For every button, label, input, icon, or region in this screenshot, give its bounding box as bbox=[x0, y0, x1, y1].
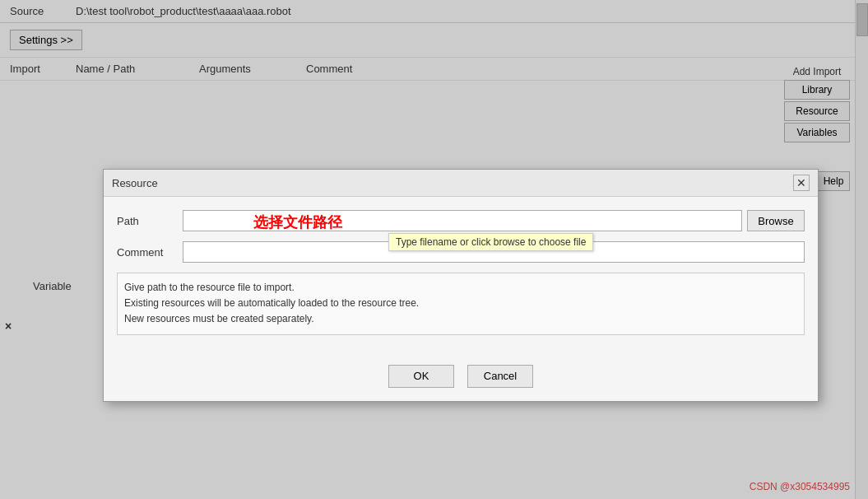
path-label: Path bbox=[117, 215, 183, 227]
info-line3: New resources must be created separately… bbox=[124, 313, 314, 324]
path-tooltip: Type filename or click browse to choose … bbox=[388, 233, 593, 251]
modal-footer: OK Cancel bbox=[104, 358, 818, 401]
modal-close-button[interactable]: ✕ bbox=[793, 175, 810, 191]
main-panel: Source D:\test tool\robot_product\test\a… bbox=[0, 0, 868, 499]
modal-title: Resource bbox=[112, 177, 158, 189]
cancel-button[interactable]: Cancel bbox=[467, 365, 533, 388]
info-line1: Give path to the resource file to import… bbox=[124, 282, 295, 293]
modal-titlebar: Resource ✕ bbox=[104, 170, 818, 197]
comment-label: Comment bbox=[117, 246, 183, 259]
modal-body: Path 选择文件路径 Type filename or click brows… bbox=[104, 197, 818, 358]
info-text: Give path to the resource file to import… bbox=[117, 273, 805, 335]
ok-button[interactable]: OK bbox=[388, 365, 454, 388]
resource-dialog: Resource ✕ Path 选择文件路径 Type filename or … bbox=[103, 169, 819, 402]
info-line2: Existing resources will be automatically… bbox=[124, 297, 419, 309]
browse-button[interactable]: Browse bbox=[747, 210, 805, 231]
path-row: Path 选择文件路径 Type filename or click brows… bbox=[117, 210, 805, 231]
path-input[interactable] bbox=[183, 210, 742, 231]
